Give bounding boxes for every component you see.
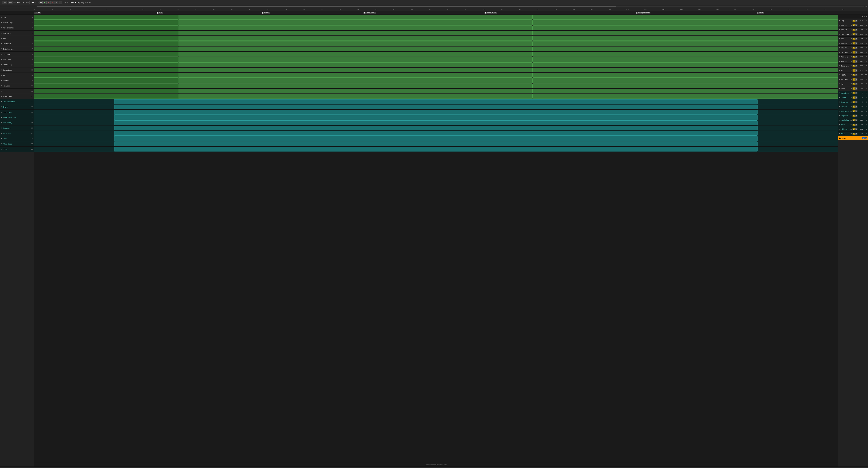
mixer-close-icon[interactable]: ✕ (866, 15, 867, 18)
mute-button-25[interactable]: M (855, 133, 858, 135)
track-fold-7[interactable]: ▼ (1, 53, 2, 55)
track-fold-20[interactable]: ▼ (1, 122, 2, 124)
mixer-fold-13[interactable]: ▼ (839, 78, 840, 80)
mixer-row-clap[interactable]: ▼Clap1SM-10.0C (838, 19, 868, 23)
clip-9-2[interactable] (532, 62, 838, 67)
mixer-row-bass[interactable]: ▼BASS26SM-2.0C (838, 132, 868, 136)
mixer-row-sequence[interactable]: ▼Sequence22SM-3.0C (838, 113, 868, 118)
mixer-fold-14[interactable]: ▼ (839, 83, 840, 85)
track-header-simple-lead-melo[interactable]: ▼Simple Lead Melo20 (0, 115, 34, 120)
mute-button-3[interactable]: M (855, 33, 858, 35)
mixer-fold-6[interactable]: ▼ (839, 47, 840, 48)
mute-button-16[interactable]: M (855, 92, 858, 94)
mixer-row-clap-layer[interactable]: ▼Clap Layer4SM-14.9SL (838, 32, 868, 37)
clip-15-2[interactable] (532, 94, 838, 99)
clip-melodic-17[interactable] (114, 105, 757, 109)
mute-button-5[interactable]: M (855, 42, 858, 44)
clip-0-2[interactable] (532, 15, 838, 20)
mixer-row-percloop-1[interactable]: ▼Percloop 16SM-33.8C (838, 41, 868, 45)
h-scroll-bar[interactable] (37, 6, 864, 7)
track-header-vocal-shot[interactable]: ▼Vocal Shot23 (0, 131, 34, 136)
clip-melodic-22[interactable] (114, 131, 757, 136)
clip-6-1[interactable] (179, 46, 532, 51)
solo-button-1[interactable]: S (852, 24, 855, 26)
clip-11-0[interactable] (34, 73, 179, 78)
solo-button-4[interactable]: S (852, 38, 855, 40)
clip-13-2[interactable] (532, 83, 838, 88)
solo-button-25[interactable]: S (852, 133, 855, 135)
mixer-row-simple-lead-melo[interactable]: ▼Simple Lead Melo20SM6.0C (838, 104, 868, 109)
marker-3[interactable]: ▶ Short Break (364, 12, 376, 14)
mixer-fold-3[interactable]: ▼ (839, 33, 840, 35)
mixer-row-fill[interactable]: ▼Fill12SM-10.510L (838, 68, 868, 73)
mute-button-19[interactable]: M (855, 105, 858, 108)
mute-button-10[interactable]: M (855, 65, 858, 67)
clip-5-1[interactable] (179, 41, 532, 46)
clip-12-1[interactable] (179, 78, 532, 83)
track-fold-17[interactable]: ▼ (1, 106, 2, 108)
clip-12-2[interactable] (532, 78, 838, 83)
track-fold-16[interactable]: ▼ (1, 101, 2, 102)
track-header-perc[interactable]: ▼Perc5 (0, 36, 34, 41)
track-header-melodic-content[interactable]: ▼Melodic Content17 (0, 99, 34, 104)
solo-button-20[interactable]: S (852, 110, 855, 112)
solo-button-8[interactable]: S (852, 56, 855, 58)
bpm-display[interactable]: 122.00 (13, 2, 19, 4)
clip-14-0[interactable] (34, 89, 179, 94)
mixer-row-hat-loop[interactable]: ▼Hat Loop14SM-22.0C (838, 77, 868, 82)
solo-button-12[interactable]: S (852, 74, 855, 76)
mixer-fold-2[interactable]: ▼ (839, 29, 840, 31)
track-header-exitgebite-loop[interactable]: ▼Exitgebite Loop7 (0, 46, 34, 52)
track-fold-12[interactable]: ▼ (1, 80, 2, 81)
track-fold-22[interactable]: ▼ (1, 132, 2, 134)
track-header-clap-layer[interactable]: ▼Clap Layer4 (0, 31, 34, 36)
track-header-vocal[interactable]: ▼Vocal24 (0, 136, 34, 141)
clip-3-2[interactable] (532, 31, 838, 35)
mute-button-13[interactable]: M (855, 78, 858, 81)
mixer-fold-22[interactable]: ▼ (839, 119, 840, 121)
track-header-shaker-loop[interactable]: ▼Shaker Loop10 (0, 62, 34, 67)
clip-7-1[interactable] (179, 52, 532, 57)
mixer-fold-17[interactable]: ▼ (839, 97, 840, 98)
solo-button-24[interactable]: S (852, 128, 855, 130)
track-header-add-fill[interactable]: ▼Add Fill13 (0, 78, 34, 83)
mute-button-21[interactable]: M (855, 114, 858, 117)
track-header-shaker-loop[interactable]: ▼Shaker Loop2 (0, 20, 34, 25)
mixer-fold-8[interactable]: ▼ (839, 56, 840, 58)
clip-10-1[interactable] (179, 68, 532, 72)
mute-button-7[interactable]: M (855, 51, 858, 54)
clip-8-0[interactable] (34, 57, 179, 62)
clip-7-0[interactable] (34, 52, 179, 57)
solo-button-7[interactable]: S (852, 51, 855, 54)
track-header-white-noise[interactable]: ▼White Noise25 (0, 141, 34, 146)
clip-10-2[interactable] (532, 68, 838, 72)
track-header-fill[interactable]: ▼Fill12 (0, 73, 34, 78)
mixer-fold-24[interactable]: ▼ (839, 128, 840, 130)
solo-button-2[interactable]: S (852, 29, 855, 31)
solo-button-14[interactable]: S (852, 83, 855, 85)
solo-button-16[interactable]: S (852, 92, 855, 94)
mixer-row-chord-layer[interactable]: ▼Chord Layer19SM0C (838, 100, 868, 104)
track-fold-21[interactable]: ▼ (1, 127, 2, 129)
mixer-row-perc-loop[interactable]: ▼Perc Loop9SM-23.0C (838, 55, 868, 59)
mixer-fold-5[interactable]: ▼ (839, 42, 840, 44)
mute-button-9[interactable]: M (855, 60, 858, 63)
clip-6-2[interactable] (532, 46, 838, 51)
solo-button-5[interactable]: S (852, 42, 855, 44)
clip-melodic-21[interactable] (114, 126, 757, 130)
loop-button[interactable]: ↺ (55, 1, 58, 4)
mixer-fold-18[interactable]: ▼ (839, 101, 840, 103)
mixer-row-perc[interactable]: ▼Perc5SM-7.5C (838, 37, 868, 41)
solo-button-21[interactable]: S (852, 114, 855, 117)
solo-button-15[interactable]: S (852, 88, 855, 90)
mixer-row-perc-oneshots[interactable]: ▼Perc OneShots3SM-4.6C (838, 28, 868, 32)
solo-button-23[interactable]: S (852, 124, 855, 126)
mute-button-8[interactable]: M (855, 56, 858, 58)
solo-button-13[interactable]: S (852, 78, 855, 81)
solo-button-3[interactable]: S (852, 33, 855, 35)
track-header-clap[interactable]: ▼Clap1 (0, 15, 34, 20)
clip-5-0[interactable] (34, 41, 179, 46)
mixer-fold-1[interactable]: ▼ (839, 24, 840, 26)
mixer-fold-25[interactable]: ▼ (839, 133, 840, 135)
solo-button-9[interactable]: S (852, 60, 855, 63)
